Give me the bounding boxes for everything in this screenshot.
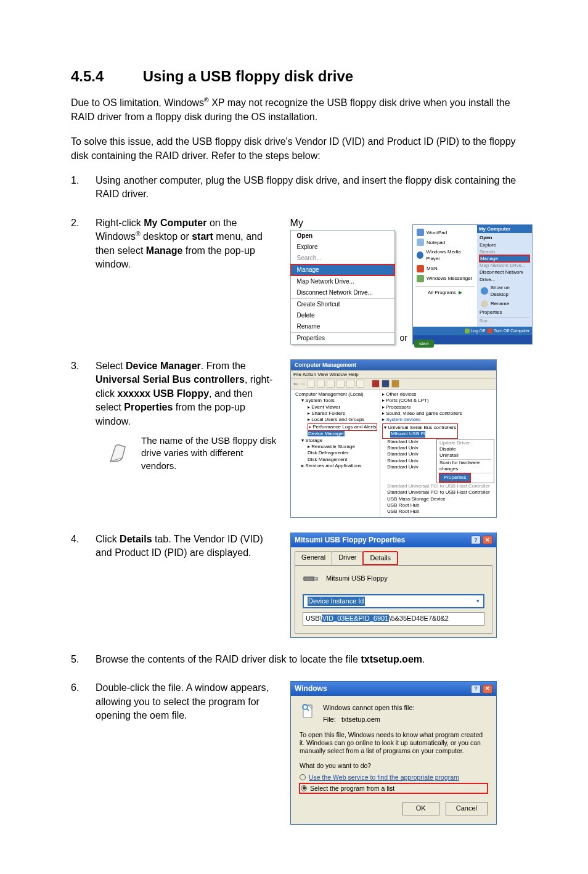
sm-search[interactable]: Search	[480, 248, 529, 255]
sm-explore[interactable]: Explore	[480, 242, 529, 248]
close-button-icon[interactable]: ✕	[483, 685, 492, 693]
ctx-properties[interactable]: Properties	[291, 332, 394, 344]
step-6: Double-click the file. A window appears,…	[71, 681, 533, 824]
intro-paragraph-2: To solve this issue, add the USB floppy …	[71, 135, 533, 163]
tb-icon[interactable]	[317, 380, 325, 388]
step-2-text: Right-click My Computer on the Windows® …	[96, 216, 280, 272]
step-2-screenshots: My Open Explore Search... Manage Map Net…	[290, 216, 533, 345]
ctx-disconnect[interactable]: Disconnect Network Drive...	[291, 287, 394, 298]
step-3-text: Select Device Manager. From the Universa…	[96, 359, 280, 428]
step-2: Right-click My Computer on the Windows® …	[71, 216, 533, 345]
usb-controllers-group[interactable]: ▾ Universal Serial Bus controllers Mitsu…	[382, 423, 458, 439]
cm-tree[interactable]: Computer Management (Local) ▾ System Too…	[291, 390, 380, 517]
step-1: Using another computer, plug the USB flo…	[71, 174, 533, 202]
cancel-button[interactable]: Cancel	[446, 802, 488, 815]
tb-icon[interactable]	[327, 380, 335, 388]
step-5-text: Browse the contents of the RAID driver d…	[96, 654, 425, 664]
tab-details[interactable]: Details	[362, 551, 398, 565]
ctx-uninstall[interactable]: Uninstall	[439, 452, 491, 459]
sm-logoff[interactable]: Log Off	[465, 328, 485, 334]
note-text: The name of the USB floppy disk drive va…	[141, 435, 280, 472]
tb-icon[interactable]	[391, 380, 399, 388]
sm-turnoff[interactable]: Turn Off Computer	[488, 328, 529, 334]
ctx-open[interactable]: Open	[291, 231, 394, 242]
close-button-icon[interactable]: ✕	[483, 536, 492, 544]
step-1-text: Using another computer, plug the USB flo…	[96, 175, 516, 199]
tb-icon[interactable]	[382, 380, 390, 388]
file-label: File:	[323, 716, 336, 723]
sm-show-desktop[interactable]: Show on Desktop	[480, 283, 529, 299]
sm-all-programs[interactable]: All Programs ▶	[427, 288, 463, 297]
windows-open-with-dialog[interactable]: Windows ? ✕	[290, 681, 497, 824]
file-name: txtsetup.oem	[341, 716, 380, 723]
cm-right-pane[interactable]: ▸ Other devices ▸ Ports (COM & LPT) ▸ Pr…	[380, 390, 496, 517]
device-instance-select[interactable]: Device Instance Id ▾	[303, 594, 484, 608]
sm-mycomputer[interactable]: My Computer	[477, 225, 532, 233]
device-instance-value: USB\VID_03EE&PID_6901\5&35ED48E7&0&2	[303, 612, 484, 625]
open-with-desc: To open this file, Windows needs to know…	[300, 731, 488, 755]
sm-msn[interactable]: MSN	[415, 264, 475, 274]
cannot-open-text: Windows cannot open this file:	[323, 703, 415, 713]
ctx-delete[interactable]: Delete	[291, 310, 394, 321]
ctx-manage[interactable]: Manage	[291, 264, 394, 276]
file-icon	[300, 703, 317, 721]
context-menu[interactable]: Open Explore Search... Manage Map Networ…	[290, 230, 395, 345]
start-menu[interactable]: WordPad Notepad Windows Media Player MSN…	[412, 224, 533, 345]
cm-toolbar[interactable]: ⇐ ⇒	[291, 379, 496, 390]
ctx-create-shortcut[interactable]: Create Shortcut	[291, 298, 394, 310]
section-heading: 4.5.4 Using a USB floppy disk drive	[71, 68, 533, 85]
sm-messenger[interactable]: Windows Messenger	[415, 274, 475, 284]
ctx-rename[interactable]: Rename	[291, 321, 394, 332]
ctx-search[interactable]: Search...	[291, 253, 394, 264]
ctx-disable[interactable]: Disable	[439, 446, 491, 452]
sm-disconnect[interactable]: Disconnect Network Drive...	[480, 269, 529, 282]
cm-titlebar: Computer Management	[291, 360, 496, 370]
radio-web-service[interactable]: Use the Web service to find the appropri…	[300, 773, 488, 782]
radio-icon	[300, 774, 306, 780]
tb-icon[interactable]	[307, 380, 315, 388]
ok-button[interactable]: OK	[402, 802, 439, 815]
start-button[interactable]: start	[414, 340, 434, 348]
tb-icon[interactable]	[346, 380, 354, 388]
cm-menubar[interactable]: File Action View Window Help	[291, 370, 496, 379]
computer-management-window[interactable]: Computer Management File Action View Win…	[290, 359, 497, 518]
properties-dialog[interactable]: Mitsumi USB Floppy Properties ? ✕ Genera…	[290, 533, 497, 638]
sm-open[interactable]: Open	[480, 234, 529, 241]
tb-icon[interactable]	[356, 380, 364, 388]
tb-icon[interactable]	[337, 380, 345, 388]
section-title-text: Using a USB floppy disk drive	[143, 68, 353, 84]
mitsumi-usb-node[interactable]: Mitsumi USB Fl	[390, 431, 425, 437]
sm-map[interactable]: Map Network Drive...	[480, 262, 529, 269]
section-number: 4.5.4	[71, 68, 139, 85]
chevron-down-icon: ▾	[476, 597, 480, 605]
sm-props[interactable]: Properties	[480, 309, 529, 316]
sm-manage[interactable]: Manage	[480, 255, 529, 262]
or-label: or	[399, 332, 409, 345]
radio-select-from-list[interactable]: Select the program from a list	[300, 783, 488, 794]
svg-rect-0	[304, 577, 314, 581]
svg-rect-1	[314, 578, 317, 580]
sm-wordpad[interactable]: WordPad	[415, 227, 475, 237]
note-icon	[107, 441, 131, 465]
intro-paragraph-1: Due to OS limitation, Windows® XP may no…	[71, 96, 533, 124]
tab-driver[interactable]: Driver	[332, 551, 363, 565]
ctx-scan[interactable]: Scan for hardware changes	[439, 459, 491, 473]
tab-general[interactable]: General	[295, 551, 332, 565]
radio-icon	[301, 785, 307, 791]
device-manager-node[interactable]: Device Manager	[308, 431, 345, 436]
sm-rename[interactable]: Rename	[480, 299, 529, 309]
step-4: Click Details tab. The Vendor ID (VID) a…	[71, 533, 533, 638]
help-button-icon[interactable]: ?	[471, 536, 481, 544]
tb-icon[interactable]	[372, 380, 380, 388]
ctx-explore[interactable]: Explore	[291, 242, 394, 253]
sm-notepad[interactable]: Notepad	[415, 237, 475, 247]
step-6-text: Double-click the file. A window appears,…	[96, 681, 280, 722]
win-titlebar: Windows ? ✕	[291, 682, 496, 696]
ctx-map[interactable]: Map Network Drive...	[291, 276, 394, 287]
usb-device-icon	[303, 573, 320, 584]
prop-titlebar: Mitsumi USB Floppy Properties ? ✕	[291, 533, 496, 547]
what-do-label: What do you want to do?	[300, 761, 488, 770]
sm-wmp[interactable]: Windows Media Player	[415, 247, 475, 263]
help-button-icon[interactable]: ?	[471, 685, 481, 693]
ctx-properties[interactable]: Properties	[439, 473, 470, 482]
